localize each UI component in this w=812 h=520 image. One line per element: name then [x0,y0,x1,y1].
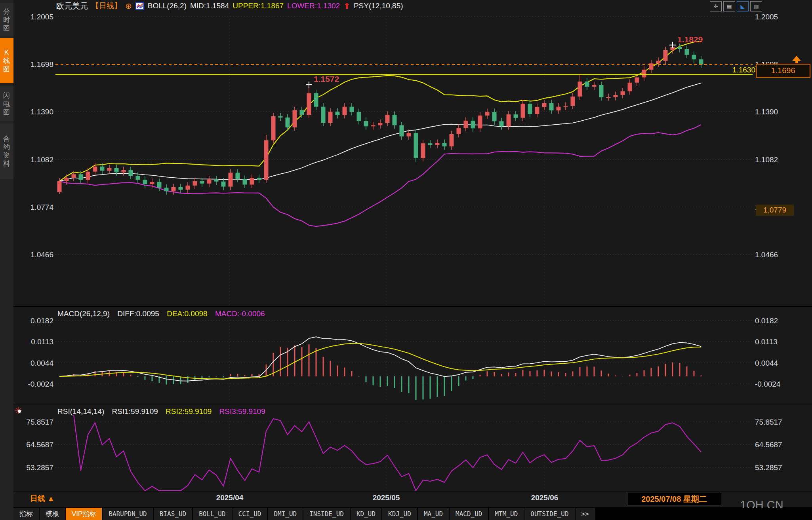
tab--[interactable]: 指标 [13,508,39,520]
macd-hist-value: MACD:-0.0006 [215,309,265,318]
last-price-box: 1.1696 [756,64,810,78]
rsi2-value: RSI2:59.9109 [166,407,212,416]
tab--[interactable]: 模板 [40,508,65,520]
sidebar-item-time-chart[interactable]: 分时图 [0,3,13,36]
macd-diff-value: DIFF:0.0095 [117,309,159,318]
chart-type-sidebar: 分时图K线图闪电图合约资料 [0,0,13,520]
svg-text:0.0182: 0.0182 [755,317,778,325]
month-label: 2025/04 [216,493,244,502]
svg-text:1.2005: 1.2005 [755,13,778,21]
svg-text:1.0466: 1.0466 [755,251,778,259]
macd-title: MACD(26,12,9) [57,309,110,318]
tab-inside_ud[interactable]: INSIDE_UD [303,508,350,520]
indicator-alarm-icon[interactable]: ✳ [14,406,25,416]
svg-text:0.0044: 0.0044 [30,359,54,367]
tab-mtm_ud[interactable]: MTM_UD [489,508,524,520]
candlestick-chart-canvas[interactable]: 1.20051.20051.16981.16981.13901.13901.10… [0,0,812,520]
svg-text:75.8517: 75.8517 [755,418,782,426]
area-chart-icon[interactable]: ◣ [737,1,749,11]
boll-mid-value: MID:1.1584 [190,2,229,10]
tab-ma_ud[interactable]: MA_UD [418,508,449,520]
indicator-tab-bar: 指标模板VIP指标BARUPDN_UDBIAS_UDBOLL_UDCCI_UDD… [13,508,812,520]
svg-text:1.1829: 1.1829 [677,35,703,44]
tab-dmi_ud[interactable]: DMI_UD [268,508,303,520]
layout-toolbar: ✛▦◣▥ [710,1,762,11]
axis-chart-icon[interactable]: ▦ [723,1,735,11]
chart-window: 分时图K线图闪电图合约资料 欧元美元 【日线】 ⊕ BOLL(26,2) MID… [0,0,812,520]
symbol-name: 欧元美元 [56,1,88,11]
tab-boll_ud[interactable]: BOLL_UD [193,508,231,520]
rsi1-value: RSI1:59.9109 [112,407,158,416]
svg-text:0.0113: 0.0113 [31,338,53,346]
chart-header: 欧元美元 【日线】 ⊕ BOLL(26,2) MID:1.1584 UPPER:… [56,1,403,11]
up-arrow-icon: ⬆ [343,1,350,11]
tab-cci_ud[interactable]: CCI_UD [233,508,267,520]
macd-header: MACD(26,12,9) DIFF:0.0095 DEA:0.0098 MAC… [57,309,271,318]
rsi3-value: RSI3:59.9109 [219,407,265,416]
month-label: 2025/05 [373,493,400,502]
tab-bias_ud[interactable]: BIAS_UD [154,508,192,520]
svg-text:53.2857: 53.2857 [755,463,782,472]
svg-text:0.0113: 0.0113 [755,338,778,346]
svg-text:1.1082: 1.1082 [30,156,53,164]
price-up-arrow-icon [792,56,801,61]
tab-kd_ud[interactable]: KD_UD [351,508,381,520]
svg-text:1.1698: 1.1698 [30,60,53,68]
svg-text:75.8517: 75.8517 [26,418,53,426]
settlement-price-badge: 1.0779 [756,205,794,216]
sidebar-item-contract-info[interactable]: 合约资料 [0,123,13,179]
tab-outside_ud[interactable]: OUTSIDE_UD [524,508,574,520]
boll-lower-value: LOWER:1.1302 [287,2,340,10]
macd-dea-value: DEA:0.0098 [167,309,207,318]
svg-text:53.2857: 53.2857 [26,463,53,472]
alert-price-label: 1.1630 [726,66,755,74]
svg-text:1.2005: 1.2005 [30,13,53,21]
svg-text:1.0466: 1.0466 [30,251,53,259]
crosshair-grid-icon[interactable]: ✛ [710,1,722,11]
svg-text:1.1572: 1.1572 [314,74,339,84]
svg-text:1.1390: 1.1390 [755,108,778,116]
boll-upper-value: UPPER:1.1867 [233,2,284,10]
svg-text:1.0774: 1.0774 [30,203,54,211]
split-window-icon[interactable]: ▥ [750,1,762,11]
month-label: 2025/06 [531,493,558,502]
svg-text:0.0182: 0.0182 [30,317,53,325]
svg-text:-0.0024: -0.0024 [28,380,54,388]
svg-text:-0.0024: -0.0024 [755,380,781,388]
svg-text:1.1082: 1.1082 [755,156,778,164]
sidebar-item-kline-chart[interactable]: K线图 [0,38,13,83]
zoom-plus-icon[interactable]: ⊕ [125,1,132,11]
period-tag[interactable]: 【日线】 [91,1,122,11]
psy-label: PSY(12,10,85) [354,2,403,10]
svg-text:64.5687: 64.5687 [755,440,782,449]
crosshair-date-box: 2025/07/08 星期二 [627,493,721,505]
rsi-title: RSI(14,14,14) [57,407,104,416]
rsi-header: RSI(14,14,14) RSI1:59.9109 RSI2:59.9109 … [57,407,271,416]
boll-label: BOLL(26,2) [148,2,187,10]
svg-text:0.0044: 0.0044 [755,359,778,367]
indicator-chart-icon[interactable] [135,2,144,10]
tab-macd_ud[interactable]: MACD_UD [450,508,488,520]
tab-vip-[interactable]: VIP指标 [66,508,102,520]
tab-barupdn_ud[interactable]: BARUPDN_UD [103,508,152,520]
sidebar-item-flash-chart[interactable]: 闪电图 [0,86,13,121]
svg-text:64.5687: 64.5687 [26,440,53,449]
tab-kdj_ud[interactable]: KDJ_UD [382,508,417,520]
svg-text:1.1390: 1.1390 [30,108,53,116]
tab->>[interactable]: >> [576,508,595,520]
period-selector[interactable]: 日线 ▲ [30,493,55,504]
